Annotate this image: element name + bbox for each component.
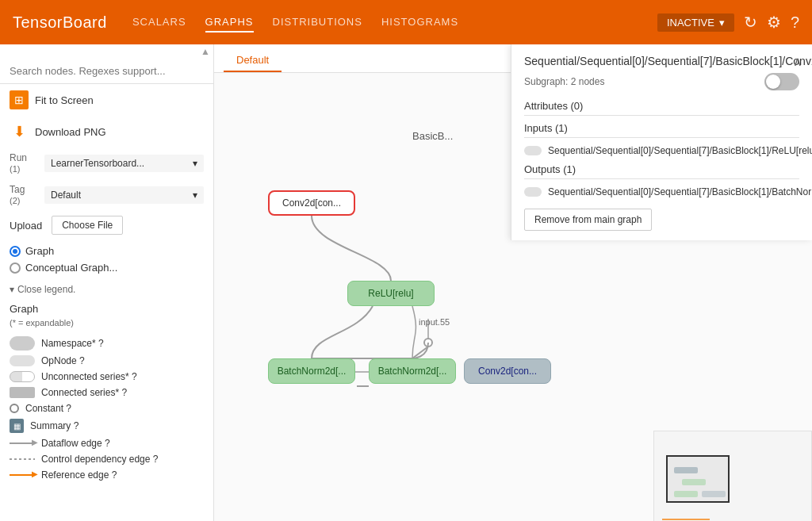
node-batchnorm1[interactable]: BatchNorm2d[...: [268, 358, 355, 384]
dropdown-arrow-icon: ▾: [719, 17, 725, 29]
input55-label: input.55: [419, 317, 450, 327]
status-dropdown[interactable]: INACTIVE ▾: [657, 13, 734, 32]
dataflow-label: Dataflow edge ?: [41, 438, 110, 449]
run-field: Run (1) LearnerTensorboard... ▾: [0, 147, 213, 179]
constant-icon: [10, 404, 19, 413]
namespace-label: Namespace* ?: [41, 338, 104, 349]
basicb-label: BasicB...: [412, 130, 453, 142]
subgraph-label: Subgraph: 2 nodes: [524, 76, 604, 87]
svg-point-0: [424, 339, 432, 347]
nav-distributions[interactable]: DISTRIBUTIONS: [273, 13, 362, 33]
tag-value: Default: [51, 190, 81, 201]
refresh-icon[interactable]: ↻: [744, 13, 757, 32]
fit-to-screen-button[interactable]: ⊞ Fit to Screen: [0, 84, 213, 116]
graph-radio[interactable]: [10, 246, 21, 257]
nav-scalars[interactable]: SCALARS: [132, 13, 186, 33]
legend-toggle-button[interactable]: ▾ Close legend.: [0, 279, 213, 300]
app-logo: TensorBoard: [13, 13, 107, 32]
unconnected-icon: [10, 371, 35, 382]
graph-type-group: Graph Conceptual Graph...: [0, 239, 213, 279]
opnode-label: OpNode ?: [41, 355, 85, 366]
legend-title: Graph: [10, 303, 204, 315]
output-node-item: Sequential/Sequential[0]/Sequential[7]/B…: [524, 186, 799, 199]
conceptual-graph-option-row[interactable]: Conceptual Graph...: [10, 259, 204, 276]
sidebar-scroll-up-icon[interactable]: ▲: [201, 46, 210, 57]
sidebar: ▲ ⊞ Fit to Screen ⬇ Download PNG Run (1)…: [0, 44, 214, 521]
input-node-text: Sequential/Sequential[0]/Sequential[7]/B…: [548, 144, 812, 158]
search-input[interactable]: [10, 65, 204, 77]
namespace-icon: [10, 336, 35, 351]
upload-label: Upload: [10, 220, 42, 232]
minimap-inner: [654, 431, 811, 521]
node-batchnorm2[interactable]: BatchNorm2d[...: [369, 358, 456, 384]
legend-subtitle: (* = expandable): [10, 318, 204, 328]
info-subgraph-row: Subgraph: 2 nodes: [524, 73, 799, 90]
conv2d2-label: Conv2d[con...: [478, 366, 537, 377]
download-png-button[interactable]: ⬇ Download PNG: [0, 116, 213, 147]
legend-opnode: OpNode ?: [10, 353, 204, 369]
fit-screen-label: Fit to Screen: [35, 94, 94, 106]
choose-file-button[interactable]: Choose File: [52, 216, 123, 235]
dataflow-icon: [10, 442, 35, 444]
run-dropdown-arrow-icon: ▾: [193, 158, 197, 169]
node-conv2d-selected[interactable]: Conv2d[con...: [268, 190, 355, 216]
topbar-right: INACTIVE ▾ ↻ ⚙ ?: [657, 13, 799, 32]
chevron-down-icon: ▾: [10, 284, 14, 295]
main-layout: ▲ ⊞ Fit to Screen ⬇ Download PNG Run (1)…: [0, 44, 812, 521]
run-label: Run (1): [10, 152, 38, 174]
remove-from-main-graph-button[interactable]: Remove from main graph: [524, 209, 652, 231]
legend-namespace: Namespace* ?: [10, 334, 204, 353]
topbar: TensorBoard SCALARS GRAPHS DISTRIBUTIONS…: [0, 0, 812, 44]
help-icon[interactable]: ?: [791, 13, 799, 32]
tag-label: Tag (2): [10, 184, 38, 206]
minimap: [653, 431, 812, 521]
run-value: LearnerTensorboard...: [51, 158, 144, 169]
close-button[interactable]: ∧: [793, 54, 802, 69]
main-nav: SCALARS GRAPHS DISTRIBUTIONS HISTOGRAMS: [132, 13, 632, 33]
legend-control-dep: Control dependency edge ?: [10, 451, 204, 467]
conv2d-selected-label: Conv2d[con...: [282, 197, 341, 209]
control-dep-label: Control dependency edge ?: [41, 454, 158, 465]
node-relu[interactable]: ReLU[relu]: [347, 281, 435, 306]
tag-dropdown-arrow-icon: ▾: [193, 190, 197, 201]
search-section: [0, 59, 213, 84]
tag-count: (2): [10, 196, 20, 205]
inputs-title: Inputs (1): [524, 122, 799, 138]
upload-row: Upload Choose File: [0, 211, 213, 239]
settings-icon[interactable]: ⚙: [767, 13, 781, 32]
legend-connected: Connected series* ?: [10, 385, 204, 400]
graph-area[interactable]: Default: [214, 44, 812, 521]
node-conv2d2[interactable]: Conv2d[con...: [464, 358, 551, 384]
legend-unconnected: Unconnected series* ?: [10, 369, 204, 385]
conceptual-graph-option-label: Conceptual Graph...: [25, 262, 117, 274]
legend-constant: Constant ?: [10, 400, 204, 416]
legend-section: Graph (* = expandable) Namespace* ? OpNo…: [0, 300, 213, 489]
batchnorm2-label: BatchNorm2d[...: [378, 366, 447, 377]
control-dep-icon: [10, 458, 35, 460]
fit-screen-icon: ⊞: [10, 90, 29, 109]
outputs-title: Outputs (1): [524, 163, 799, 179]
run-count: (1): [10, 164, 20, 174]
legend-reference-edge: Reference edge ?: [10, 467, 204, 483]
constant-label: Constant ?: [25, 403, 71, 414]
tab-default[interactable]: Default: [224, 48, 282, 72]
tag-dropdown[interactable]: Default ▾: [44, 186, 204, 204]
opnode-icon: [10, 355, 35, 366]
nav-histograms[interactable]: HISTOGRAMS: [381, 13, 458, 33]
info-panel: Sequential/Sequential[0]/Sequential[7]/B…: [511, 44, 812, 240]
graph-option-row[interactable]: Graph: [10, 243, 204, 259]
reference-edge-icon: [10, 474, 35, 476]
reference-edge-label: Reference edge ?: [41, 469, 117, 481]
tag-field: Tag (2) Default ▾: [0, 179, 213, 211]
subgraph-toggle[interactable]: [764, 73, 799, 90]
conceptual-graph-radio[interactable]: [10, 262, 21, 274]
attributes-title: Attributes (0): [524, 100, 799, 116]
run-text: Run: [10, 152, 27, 163]
run-dropdown[interactable]: LearnerTensorboard... ▾: [44, 155, 204, 172]
graph-option-label: Graph: [25, 245, 54, 257]
input-node-item: Sequential/Sequential[0]/Sequential[7]/B…: [524, 144, 799, 158]
nav-graphs[interactable]: GRAPHS: [205, 13, 254, 33]
batchnorm1-label: BatchNorm2d[...: [278, 366, 347, 377]
output-node-text: Sequential/Sequential[0]/Sequential[7]/B…: [548, 186, 812, 199]
download-icon: ⬇: [10, 122, 29, 141]
